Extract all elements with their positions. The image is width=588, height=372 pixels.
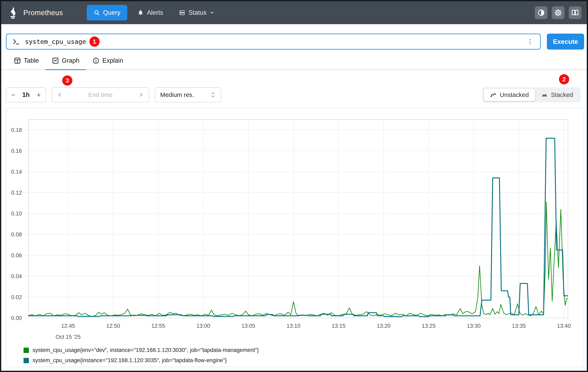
svg-text:0.06: 0.06: [11, 252, 22, 259]
nav-query-label: Query: [103, 9, 120, 16]
unstacked-label: Unstacked: [500, 91, 529, 98]
nav-status-menu[interactable]: Status: [173, 5, 220, 21]
promql-expression-input[interactable]: system_cpu_usage 1: [6, 33, 541, 50]
graph-icon: [52, 57, 59, 64]
promql-expression-text: system_cpu_usage: [25, 38, 86, 45]
brand[interactable]: Prometheus: [7, 6, 63, 19]
svg-text:0.04: 0.04: [11, 273, 22, 279]
terminal-prompt-icon: [12, 37, 20, 46]
execute-button[interactable]: Execute: [547, 33, 584, 50]
nav-alerts-button[interactable]: Alerts: [132, 5, 169, 21]
info-icon: [93, 57, 99, 64]
legend-item[interactable]: system_cpu_usage{instance="192.168.1.120…: [23, 357, 584, 364]
svg-text:0.12: 0.12: [11, 190, 22, 196]
table-icon: [14, 57, 21, 64]
query-row: system_cpu_usage 1 Execute 2: [1, 24, 587, 50]
tab-explain[interactable]: Explain: [86, 54, 130, 70]
legend-item[interactable]: system_cpu_usage{env="dev", instance="19…: [23, 347, 584, 353]
stacked-chart-icon: [541, 92, 548, 98]
tab-graph-label: Graph: [62, 57, 79, 64]
svg-text:0.02: 0.02: [11, 294, 22, 300]
range-increase-button[interactable]: +: [36, 91, 42, 99]
svg-text:13:05: 13:05: [242, 323, 255, 329]
result-tabs: Table Graph Explain: [1, 54, 587, 70]
stacked-option[interactable]: Stacked: [535, 89, 579, 101]
svg-text:13:30: 13:30: [467, 323, 481, 329]
svg-text:0.08: 0.08: [11, 231, 22, 238]
brand-title: Prometheus: [23, 9, 63, 17]
docs-button[interactable]: [569, 6, 581, 19]
tab-graph[interactable]: Graph: [45, 54, 86, 70]
svg-text:13:35: 13:35: [512, 323, 526, 329]
legend-swatch-icon: [23, 348, 29, 353]
bell-icon: [137, 10, 144, 16]
tab-table-label: Table: [24, 57, 39, 64]
graph-controls: − 1h + End time Medium res.: [1, 70, 587, 102]
svg-text:0.10: 0.10: [11, 211, 22, 217]
legend-series-label: system_cpu_usage{env="dev", instance="19…: [32, 347, 259, 353]
range-decrease-button[interactable]: −: [10, 91, 16, 99]
chevron-right-icon[interactable]: [138, 92, 144, 98]
svg-text:13:25: 13:25: [422, 323, 436, 329]
contrast-icon: [537, 9, 545, 16]
tab-explain-label: Explain: [102, 57, 123, 64]
svg-text:13:40: 13:40: [557, 323, 571, 329]
select-arrows-icon: [210, 92, 216, 98]
nav-alerts-label: Alerts: [147, 9, 163, 16]
svg-text:Oct 15 '25: Oct 15 '25: [56, 334, 81, 340]
range-stepper: − 1h +: [6, 87, 46, 102]
svg-text:13:15: 13:15: [332, 323, 346, 329]
search-icon: [94, 10, 100, 16]
svg-text:0.14: 0.14: [11, 169, 22, 175]
book-icon: [571, 9, 579, 17]
svg-text:13:10: 13:10: [287, 323, 301, 329]
theme-toggle-button[interactable]: [535, 6, 547, 19]
settings-button[interactable]: [552, 6, 565, 19]
svg-text:13:20: 13:20: [377, 323, 390, 329]
svg-text:0.00: 0.00: [11, 315, 22, 321]
chevron-down-icon: [210, 10, 215, 15]
legend-swatch-icon: [23, 358, 29, 363]
timeseries-chart[interactable]: 0.000.020.040.060.080.100.120.140.160.18…: [6, 108, 582, 344]
unstacked-chart-icon: [490, 92, 496, 98]
chart-legend: system_cpu_usage{env="dev", instance="19…: [6, 344, 584, 364]
stacked-label: Stacked: [551, 91, 573, 98]
prometheus-logo-icon: [7, 6, 19, 19]
svg-text:12:50: 12:50: [106, 323, 120, 329]
svg-text:12:45: 12:45: [61, 323, 75, 329]
graph-panel: 0.000.020.040.060.080.100.120.140.160.18…: [6, 108, 584, 367]
svg-text:12:55: 12:55: [151, 323, 165, 329]
nav-query-button[interactable]: Query: [87, 5, 127, 21]
stacking-toggle: Unstacked Stacked: [483, 87, 581, 102]
chevron-left-icon[interactable]: [57, 92, 63, 98]
top-navbar: Prometheus Query Alerts: [1, 1, 587, 24]
svg-text:0.18: 0.18: [11, 127, 22, 133]
gear-icon: [554, 9, 562, 17]
query-options-kebab-icon[interactable]: [525, 38, 535, 45]
resolution-value: Medium res.: [160, 91, 194, 98]
annotation-badge-1: 1: [89, 36, 100, 47]
legend-series-label: system_cpu_usage{instance="192.168.1.120…: [32, 357, 227, 364]
server-icon: [179, 10, 185, 16]
range-value[interactable]: 1h: [22, 91, 30, 98]
resolution-select[interactable]: Medium res.: [155, 87, 221, 102]
end-time-picker[interactable]: End time: [52, 87, 149, 102]
nav-status-label: Status: [189, 9, 206, 16]
svg-text:13:00: 13:00: [196, 323, 210, 329]
tab-table[interactable]: Table: [7, 54, 45, 70]
end-time-placeholder: End time: [88, 91, 113, 98]
unstacked-option[interactable]: Unstacked: [484, 89, 535, 101]
svg-text:0.16: 0.16: [11, 148, 22, 154]
